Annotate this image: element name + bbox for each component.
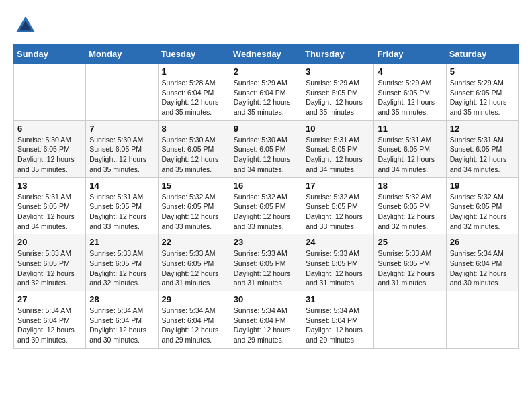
day-info: Sunrise: 5:32 AMSunset: 6:05 PMDaylight:… <box>378 192 442 232</box>
calendar-header-row: SundayMondayTuesdayWednesdayThursdayFrid… <box>14 45 519 64</box>
weekday-header-sunday: Sunday <box>14 45 86 64</box>
day-info: Sunrise: 5:32 AMSunset: 6:05 PMDaylight:… <box>306 192 370 232</box>
calendar-cell <box>14 64 86 121</box>
calendar-cell: 11Sunrise: 5:31 AMSunset: 6:05 PMDayligh… <box>374 120 446 177</box>
calendar-cell: 14Sunrise: 5:31 AMSunset: 6:05 PMDayligh… <box>86 177 158 234</box>
day-number: 31 <box>306 294 370 304</box>
calendar-week-5: 27Sunrise: 5:34 AMSunset: 6:04 PMDayligh… <box>14 291 519 349</box>
day-info: Sunrise: 5:30 AMSunset: 6:05 PMDaylight:… <box>17 135 82 175</box>
day-number: 15 <box>162 181 226 191</box>
calendar-cell: 8Sunrise: 5:30 AMSunset: 6:05 PMDaylight… <box>158 120 230 177</box>
calendar-cell: 13Sunrise: 5:31 AMSunset: 6:05 PMDayligh… <box>14 177 86 234</box>
day-number: 9 <box>234 124 298 134</box>
calendar-cell: 10Sunrise: 5:31 AMSunset: 6:05 PMDayligh… <box>302 120 374 177</box>
logo <box>13 13 40 38</box>
day-info: Sunrise: 5:34 AMSunset: 6:04 PMDaylight:… <box>306 306 370 345</box>
calendar-cell: 21Sunrise: 5:33 AMSunset: 6:05 PMDayligh… <box>86 234 158 291</box>
day-number: 23 <box>234 237 298 247</box>
day-info: Sunrise: 5:31 AMSunset: 6:05 PMDaylight:… <box>306 135 370 175</box>
calendar-cell: 19Sunrise: 5:32 AMSunset: 6:05 PMDayligh… <box>446 177 518 234</box>
day-number: 21 <box>89 237 154 247</box>
day-number: 6 <box>17 124 82 134</box>
day-info: Sunrise: 5:34 AMSunset: 6:04 PMDaylight:… <box>450 248 515 288</box>
day-info: Sunrise: 5:34 AMSunset: 6:04 PMDaylight:… <box>17 306 82 345</box>
day-info: Sunrise: 5:34 AMSunset: 6:04 PMDaylight:… <box>234 306 298 345</box>
page-header <box>13 13 519 38</box>
calendar-cell: 2Sunrise: 5:29 AMSunset: 6:04 PMDaylight… <box>230 64 302 121</box>
calendar-cell: 17Sunrise: 5:32 AMSunset: 6:05 PMDayligh… <box>302 177 374 234</box>
calendar-week-3: 13Sunrise: 5:31 AMSunset: 6:05 PMDayligh… <box>14 177 519 234</box>
calendar-cell: 24Sunrise: 5:33 AMSunset: 6:05 PMDayligh… <box>302 234 374 291</box>
calendar-cell: 6Sunrise: 5:30 AMSunset: 6:05 PMDaylight… <box>14 120 86 177</box>
day-info: Sunrise: 5:28 AMSunset: 6:04 PMDaylight:… <box>162 78 226 118</box>
weekday-header-thursday: Thursday <box>302 45 374 64</box>
day-number: 2 <box>234 66 298 77</box>
day-info: Sunrise: 5:33 AMSunset: 6:05 PMDaylight:… <box>306 248 370 288</box>
day-info: Sunrise: 5:31 AMSunset: 6:05 PMDaylight:… <box>450 135 515 175</box>
calendar-cell: 1Sunrise: 5:28 AMSunset: 6:04 PMDaylight… <box>158 64 230 121</box>
day-number: 11 <box>378 124 442 134</box>
calendar-cell <box>446 291 518 349</box>
day-number: 5 <box>450 66 515 77</box>
day-number: 27 <box>17 294 82 304</box>
day-number: 17 <box>306 181 370 191</box>
calendar-cell: 23Sunrise: 5:33 AMSunset: 6:05 PMDayligh… <box>230 234 302 291</box>
day-info: Sunrise: 5:31 AMSunset: 6:05 PMDaylight:… <box>378 135 442 175</box>
day-info: Sunrise: 5:33 AMSunset: 6:05 PMDaylight:… <box>378 248 442 288</box>
weekday-header-friday: Friday <box>374 45 446 64</box>
calendar-cell: 28Sunrise: 5:34 AMSunset: 6:04 PMDayligh… <box>86 291 158 349</box>
day-number: 20 <box>17 237 82 247</box>
calendar-cell: 5Sunrise: 5:29 AMSunset: 6:05 PMDaylight… <box>446 64 518 121</box>
day-number: 30 <box>234 294 298 304</box>
day-info: Sunrise: 5:33 AMSunset: 6:05 PMDaylight:… <box>17 248 82 288</box>
day-info: Sunrise: 5:31 AMSunset: 6:05 PMDaylight:… <box>89 192 154 232</box>
calendar-cell: 29Sunrise: 5:34 AMSunset: 6:04 PMDayligh… <box>158 291 230 349</box>
day-info: Sunrise: 5:30 AMSunset: 6:05 PMDaylight:… <box>89 135 154 175</box>
calendar-cell: 9Sunrise: 5:30 AMSunset: 6:05 PMDaylight… <box>230 120 302 177</box>
day-number: 7 <box>89 124 154 134</box>
day-info: Sunrise: 5:33 AMSunset: 6:05 PMDaylight:… <box>234 248 298 288</box>
calendar-cell: 16Sunrise: 5:32 AMSunset: 6:05 PMDayligh… <box>230 177 302 234</box>
day-number: 14 <box>89 181 154 191</box>
calendar-cell: 20Sunrise: 5:33 AMSunset: 6:05 PMDayligh… <box>14 234 86 291</box>
calendar-cell: 7Sunrise: 5:30 AMSunset: 6:05 PMDaylight… <box>86 120 158 177</box>
day-info: Sunrise: 5:29 AMSunset: 6:05 PMDaylight:… <box>306 78 370 118</box>
calendar-table: SundayMondayTuesdayWednesdayThursdayFrid… <box>13 44 519 349</box>
day-number: 1 <box>162 66 226 77</box>
calendar-cell: 4Sunrise: 5:29 AMSunset: 6:05 PMDaylight… <box>374 64 446 121</box>
weekday-header-wednesday: Wednesday <box>230 45 302 64</box>
day-info: Sunrise: 5:30 AMSunset: 6:05 PMDaylight:… <box>234 135 298 175</box>
day-number: 4 <box>378 66 442 77</box>
calendar-week-2: 6Sunrise: 5:30 AMSunset: 6:05 PMDaylight… <box>14 120 519 177</box>
day-number: 19 <box>450 181 515 191</box>
calendar-cell: 15Sunrise: 5:32 AMSunset: 6:05 PMDayligh… <box>158 177 230 234</box>
day-number: 13 <box>17 181 82 191</box>
day-number: 25 <box>378 237 442 247</box>
calendar-cell: 22Sunrise: 5:33 AMSunset: 6:05 PMDayligh… <box>158 234 230 291</box>
weekday-header-tuesday: Tuesday <box>158 45 230 64</box>
calendar-week-4: 20Sunrise: 5:33 AMSunset: 6:05 PMDayligh… <box>14 234 519 291</box>
day-number: 28 <box>89 294 154 304</box>
day-info: Sunrise: 5:30 AMSunset: 6:05 PMDaylight:… <box>162 135 226 175</box>
day-number: 24 <box>306 237 370 247</box>
weekday-header-monday: Monday <box>86 45 158 64</box>
day-number: 29 <box>162 294 226 304</box>
calendar-cell: 27Sunrise: 5:34 AMSunset: 6:04 PMDayligh… <box>14 291 86 349</box>
calendar-week-1: 1Sunrise: 5:28 AMSunset: 6:04 PMDaylight… <box>14 64 519 121</box>
day-info: Sunrise: 5:29 AMSunset: 6:05 PMDaylight:… <box>450 78 515 118</box>
calendar-cell: 31Sunrise: 5:34 AMSunset: 6:04 PMDayligh… <box>302 291 374 349</box>
day-number: 8 <box>162 124 226 134</box>
logo-icon <box>13 13 38 38</box>
day-number: 10 <box>306 124 370 134</box>
day-info: Sunrise: 5:31 AMSunset: 6:05 PMDaylight:… <box>17 192 82 232</box>
day-info: Sunrise: 5:34 AMSunset: 6:04 PMDaylight:… <box>162 306 226 345</box>
day-number: 12 <box>450 124 515 134</box>
day-info: Sunrise: 5:29 AMSunset: 6:04 PMDaylight:… <box>234 78 298 118</box>
calendar-cell: 18Sunrise: 5:32 AMSunset: 6:05 PMDayligh… <box>374 177 446 234</box>
day-info: Sunrise: 5:29 AMSunset: 6:05 PMDaylight:… <box>378 78 442 118</box>
calendar-cell <box>374 291 446 349</box>
day-number: 22 <box>162 237 226 247</box>
day-info: Sunrise: 5:33 AMSunset: 6:05 PMDaylight:… <box>89 248 154 288</box>
day-number: 3 <box>306 66 370 77</box>
day-info: Sunrise: 5:34 AMSunset: 6:04 PMDaylight:… <box>89 306 154 345</box>
